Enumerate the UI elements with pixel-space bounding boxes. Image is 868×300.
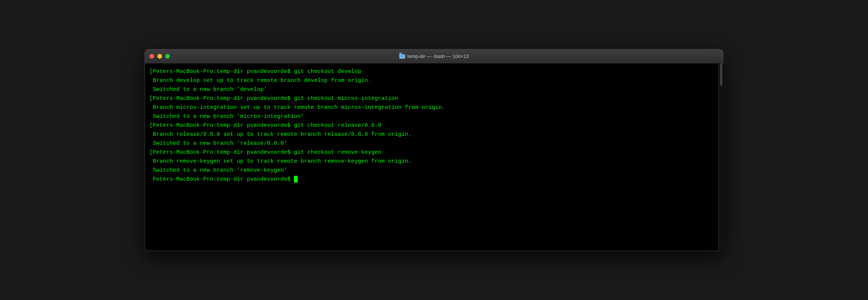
close-button[interactable] <box>149 54 154 59</box>
terminal-line: [Peters-MacBook-Pro:temp-dir pvandevoord… <box>149 67 719 76</box>
scrollbar-area[interactable] <box>718 63 723 251</box>
terminal-line: Switched to a new branch 'release/0.6.0' <box>149 139 719 148</box>
terminal-body[interactable]: [Peters-MacBook-Pro:temp-dir pvandevoord… <box>145 64 723 251</box>
terminal-line: Branch remove-keygen set up to track rem… <box>149 157 719 166</box>
terminal-line: Branch develop set up to track remote br… <box>149 76 719 85</box>
terminal-line: Switched to a new branch 'remove-keygen' <box>149 166 719 175</box>
titlebar: temp-dir — -bash — 104×13 <box>145 49 723 64</box>
terminal-prompt-line[interactable]: Peters-MacBook-Pro:temp-dir pvandevoorde… <box>149 175 719 184</box>
terminal-line: Switched to a new branch 'micros-integra… <box>149 112 719 121</box>
maximize-button[interactable] <box>165 54 170 59</box>
minimize-button[interactable] <box>157 54 162 59</box>
title-text: temp-dir — -bash — 104×13 <box>407 53 469 59</box>
terminal-line: Switched to a new branch 'develop' <box>149 85 719 94</box>
terminal-line: Branch release/0.6.0 set up to track rem… <box>149 130 719 139</box>
terminal-cursor <box>294 176 298 183</box>
terminal-window: temp-dir — -bash — 104×13 [Peters-MacBoo… <box>145 49 723 251</box>
folder-icon <box>399 54 405 59</box>
traffic-lights <box>149 54 170 59</box>
terminal-line: Branch micros-integration set up to trac… <box>149 103 719 112</box>
window-title: temp-dir — -bash — 104×13 <box>399 53 469 59</box>
terminal-line: [Peters-MacBook-Pro:temp-dir pvandevoord… <box>149 94 719 103</box>
scrollbar-thumb[interactable] <box>720 63 722 86</box>
terminal-line: [Peters-MacBook-Pro:temp-dir pvandevoord… <box>149 121 719 130</box>
terminal-line: [Peters-MacBook-Pro:temp-dir pvandevoord… <box>149 148 719 157</box>
